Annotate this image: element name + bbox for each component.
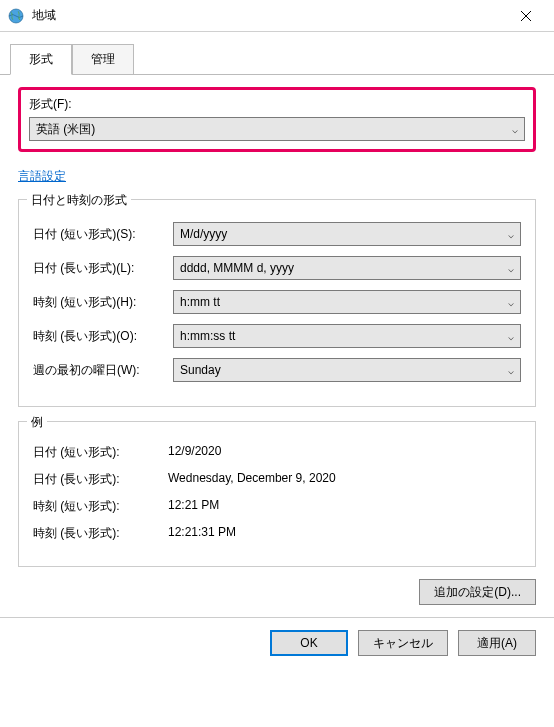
chevron-down-icon: ⌵ [512, 124, 518, 135]
dialog-buttons: OK キャンセル 適用(A) [0, 618, 554, 668]
close-icon [521, 11, 531, 21]
apply-button[interactable]: 適用(A) [458, 630, 536, 656]
globe-icon [8, 8, 24, 24]
tab-admin[interactable]: 管理 [72, 44, 134, 75]
datetime-formats-group: 日付と時刻の形式 日付 (短い形式)(S): M/d/yyyy ⌵ 日付 (長い… [18, 199, 536, 407]
first-dow-value: Sunday [180, 363, 508, 377]
long-date-label: 日付 (長い形式)(L): [33, 260, 173, 277]
chevron-down-icon: ⌵ [508, 263, 514, 274]
format-highlight: 形式(F): 英語 (米国) ⌵ [18, 87, 536, 152]
long-date-value: dddd, MMMM d, yyyy [180, 261, 508, 275]
cancel-button[interactable]: キャンセル [358, 630, 448, 656]
ok-label: OK [300, 636, 317, 650]
ex-short-time-label: 時刻 (短い形式): [33, 498, 168, 515]
ex-short-date-label: 日付 (短い形式): [33, 444, 168, 461]
chevron-down-icon: ⌵ [508, 229, 514, 240]
ex-short-date-value: 12/9/2020 [168, 444, 221, 461]
long-time-label: 時刻 (長い形式)(O): [33, 328, 173, 345]
ex-long-date-value: Wednesday, December 9, 2020 [168, 471, 336, 488]
ex-long-time-value: 12:21:31 PM [168, 525, 236, 542]
first-dow-label: 週の最初の曜日(W): [33, 362, 173, 379]
additional-settings-button[interactable]: 追加の設定(D)... [419, 579, 536, 605]
short-time-value: h:mm tt [180, 295, 508, 309]
tab-admin-label: 管理 [91, 52, 115, 66]
chevron-down-icon: ⌵ [508, 331, 514, 342]
short-time-dropdown[interactable]: h:mm tt ⌵ [173, 290, 521, 314]
short-date-label: 日付 (短い形式)(S): [33, 226, 173, 243]
format-dropdown-value: 英語 (米国) [36, 121, 512, 138]
language-settings-link[interactable]: 言語設定 [18, 169, 66, 183]
ok-button[interactable]: OK [270, 630, 348, 656]
format-dropdown[interactable]: 英語 (米国) ⌵ [29, 117, 525, 141]
ex-long-time-label: 時刻 (長い形式): [33, 525, 168, 542]
tab-format[interactable]: 形式 [10, 44, 72, 75]
short-date-value: M/d/yyyy [180, 227, 508, 241]
close-button[interactable] [506, 2, 546, 30]
examples-group: 例 日付 (短い形式): 12/9/2020 日付 (長い形式): Wednes… [18, 421, 536, 567]
additional-settings-label: 追加の設定(D)... [434, 584, 521, 601]
chevron-down-icon: ⌵ [508, 365, 514, 376]
examples-legend: 例 [27, 414, 47, 431]
format-label: 形式(F): [29, 96, 525, 113]
long-time-dropdown[interactable]: h:mm:ss tt ⌵ [173, 324, 521, 348]
tab-bar: 形式 管理 [0, 32, 554, 75]
short-date-dropdown[interactable]: M/d/yyyy ⌵ [173, 222, 521, 246]
ex-short-time-value: 12:21 PM [168, 498, 219, 515]
datetime-formats-legend: 日付と時刻の形式 [27, 192, 131, 209]
first-dow-dropdown[interactable]: Sunday ⌵ [173, 358, 521, 382]
tab-format-label: 形式 [29, 52, 53, 66]
window-title: 地域 [32, 7, 506, 24]
apply-label: 適用(A) [477, 635, 517, 652]
chevron-down-icon: ⌵ [508, 297, 514, 308]
panel-format: 形式(F): 英語 (米国) ⌵ 言語設定 日付と時刻の形式 日付 (短い形式)… [0, 75, 554, 617]
titlebar: 地域 [0, 0, 554, 32]
long-date-dropdown[interactable]: dddd, MMMM d, yyyy ⌵ [173, 256, 521, 280]
ex-long-date-label: 日付 (長い形式): [33, 471, 168, 488]
cancel-label: キャンセル [373, 635, 433, 652]
short-time-label: 時刻 (短い形式)(H): [33, 294, 173, 311]
long-time-value: h:mm:ss tt [180, 329, 508, 343]
